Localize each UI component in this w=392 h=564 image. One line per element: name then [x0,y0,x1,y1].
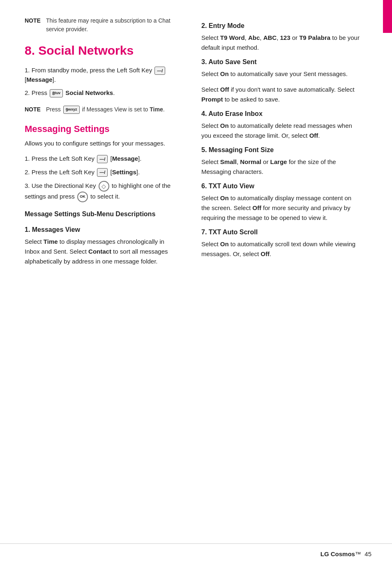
note-1-label: NOTE [25,16,46,34]
item-2-text: Select T9 Word, Abc, ABC, 123 or T9 Pala… [201,33,362,53]
item-1-text: Select Time to display messages chronolo… [25,237,177,266]
social-networks-bold: Social Networks [65,89,113,96]
pink-tab [383,0,392,33]
time-bold: Time [150,106,163,113]
item-4-text: Select On to automatically delete read m… [201,121,362,141]
message-bold-2: Message [112,155,138,162]
footer-brand-text: LG Cosmos™ 45 [321,550,371,557]
settings-bold: Settings [112,169,136,176]
directional-key-icon [99,181,109,192]
note-1-text: This feature may require a subscription … [46,16,177,34]
item-3-text-2: Select Off if you don't want to save aut… [201,85,362,104]
item-1-heading: 1. Messages View [25,226,177,233]
left-soft-key-2: —/ [97,155,108,164]
left-soft-key-1: —/ [154,67,165,75]
msg-step-3: 3. Use the Directional Key to highlight … [25,181,177,202]
key-9wxyz: 9wxyz [63,106,80,114]
step-1: 1. From standby mode, press the Left Sof… [25,66,177,84]
item-3-heading: 3. Auto Save Sent [201,58,362,66]
left-column: NOTE This feature may require a subscrip… [0,16,189,272]
footer: LG Cosmos™ 45 [0,543,392,564]
item-5-text: Select Small, Normal or Large for the si… [201,157,362,177]
msg-step-2: 2. Press the Left Soft Key —/ [Settings]… [25,168,177,177]
item-6-heading: 6. TXT Auto View [201,183,362,190]
section-heading-social-networks: 8. Social Networks [25,44,177,58]
note-2: NOTE Press 9wxyz if Messages View is set… [25,105,177,114]
left-soft-key-3: —/ [97,168,108,177]
page-container: NOTE This feature may require a subscrip… [0,0,392,564]
item-4-heading: 4. Auto Erase Inbox [201,110,362,118]
key-8tuv: 8tuv [50,89,63,98]
item-7-heading: 7. TXT Auto Scroll [201,229,362,236]
note-1: NOTE This feature may require a subscrip… [25,16,177,34]
item-2-heading: 2. Entry Mode [201,22,362,30]
brand-name: LG Cosmos [321,550,355,557]
messaging-settings-steps: 1. Press the Left Soft Key —/ [Message].… [25,154,177,202]
note-2-text: Press 9wxyz if Messages View is set to T… [46,105,165,114]
messaging-settings-intro: Allows you to configure settings for you… [25,139,177,148]
page-number: 45 [364,550,371,557]
social-networks-steps: 1. From standby mode, press the Left Sof… [25,66,177,98]
note-2-label: NOTE [25,105,46,114]
step-2: 2. Press 8tuv Social Networks. [25,88,177,98]
right-column: 2. Entry Mode Select T9 Word, Abc, ABC, … [189,16,378,272]
item-7-text: Select On to automatically scroll text d… [201,239,362,259]
msg-step-1: 1. Press the Left Soft Key —/ [Message]. [25,154,177,164]
step-1-number: 1. [25,67,30,74]
item-5-heading: 5. Messaging Font Size [201,146,362,154]
trademark: ™ [355,550,361,557]
step-2-number: 2. [25,89,30,96]
message-bold-1: Message [26,76,52,83]
item-6-text: Select On to automatically display messa… [201,193,362,223]
ok-key-icon: OK [77,192,88,202]
messaging-settings-heading: Messaging Settings [25,124,177,134]
item-3-text-1: Select On to automatically save your Sen… [201,69,362,79]
submenu-heading: Message Settings Sub-Menu Descriptions [25,210,177,219]
